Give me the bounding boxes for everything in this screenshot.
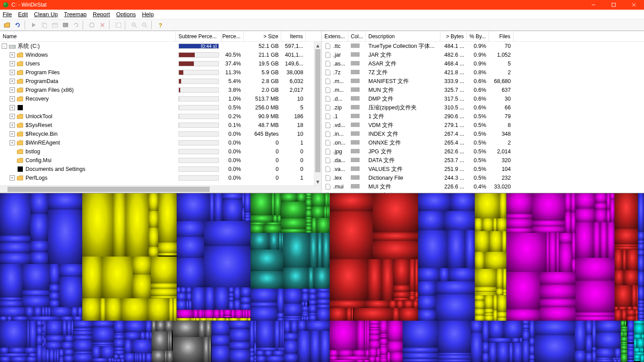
treemap-block[interactable] [0, 235, 30, 243]
menu-help[interactable]: Help [142, 11, 154, 18]
treemap-block[interactable] [571, 193, 575, 213]
treemap-block[interactable] [613, 359, 617, 362]
treemap-block[interactable] [284, 304, 302, 316]
treemap-block[interactable] [413, 300, 418, 308]
treemap-block[interactable] [46, 349, 49, 362]
treemap-block[interactable] [284, 289, 302, 304]
tree-expander-icon[interactable]: + [10, 70, 15, 75]
treemap-block[interactable] [30, 214, 48, 241]
treemap-block[interactable] [592, 321, 596, 347]
treemap-block[interactable] [615, 348, 621, 358]
extension-row[interactable]: .m...MUN 文件325.7 ...0.6%637 [322, 86, 644, 94]
treemap-block[interactable] [615, 307, 618, 310]
col-files[interactable]: Files [489, 31, 513, 41]
treemap-block[interactable] [114, 351, 124, 355]
treemap-block[interactable] [138, 353, 142, 362]
treemap-block[interactable] [641, 334, 644, 339]
directory-vertical-scrollbar[interactable]: ▲ ▼ [314, 42, 321, 185]
treemap-block[interactable] [387, 321, 403, 341]
treemap-block[interactable] [49, 349, 54, 362]
treemap-block[interactable] [205, 321, 211, 337]
treemap-block[interactable] [532, 193, 565, 221]
treemap-block[interactable] [475, 300, 484, 309]
treemap-block[interactable] [320, 331, 330, 362]
treemap-block[interactable] [595, 203, 607, 210]
treemap-block[interactable] [229, 321, 250, 329]
extension-row[interactable]: .vd...VDM 文件279.1 ...0.5%8 [322, 121, 644, 130]
treemap-block[interactable] [256, 348, 278, 351]
treemap-block[interactable] [186, 287, 192, 293]
treemap-block[interactable] [82, 298, 100, 321]
treemap-block[interactable] [73, 340, 92, 351]
treemap-block[interactable] [475, 193, 499, 218]
treemap-block[interactable] [251, 307, 277, 321]
treemap-block[interactable] [365, 300, 389, 308]
treemap-block[interactable] [380, 321, 387, 334]
treemap-block[interactable] [615, 285, 632, 307]
tree-expander-icon[interactable]: - [2, 43, 7, 49]
treemap-block[interactable] [484, 315, 493, 321]
treemap-block[interactable] [634, 359, 640, 361]
treemap-block[interactable] [251, 302, 277, 307]
extension-row[interactable]: .as...ASAR 文件468.4 ...0.9%5 [322, 59, 644, 68]
treemap-block[interactable] [0, 264, 22, 297]
treemap-block[interactable] [25, 348, 36, 353]
treemap-block[interactable] [59, 264, 82, 277]
treemap-block[interactable] [638, 232, 644, 240]
treemap-block[interactable] [284, 340, 298, 354]
treemap-block[interactable] [198, 310, 203, 318]
treemap-block[interactable] [475, 315, 484, 321]
extension-row[interactable]: .lexDictionary File244.3 ...0.5%232 [322, 174, 644, 182]
treemap-block[interactable] [113, 193, 126, 257]
treemap-block[interactable] [497, 295, 506, 312]
tree-expander-icon[interactable]: + [10, 131, 15, 137]
directory-row[interactable]: +Program Files (x86)3.8%2.0 GB2,017 [0, 86, 321, 94]
treemap-block[interactable] [586, 335, 592, 353]
refresh-all-icon[interactable] [13, 20, 23, 30]
treemap-block[interactable] [106, 298, 121, 321]
col-percent[interactable]: Perce... [222, 31, 244, 41]
treemap-block[interactable] [634, 348, 640, 352]
treemap-block[interactable] [158, 243, 177, 253]
treemap-block[interactable] [124, 332, 140, 340]
treemap-block[interactable] [251, 289, 277, 302]
treemap-block[interactable] [522, 324, 529, 329]
treemap-block[interactable] [373, 241, 418, 259]
treemap-block[interactable] [403, 348, 438, 353]
treemap-block[interactable] [532, 226, 565, 233]
treemap-block[interactable] [229, 297, 234, 301]
treemap-block[interactable] [638, 307, 644, 311]
treemap-block[interactable] [245, 310, 248, 318]
treemap-block[interactable] [220, 310, 224, 318]
treemap-block[interactable] [283, 233, 309, 268]
treemap-block[interactable] [634, 334, 641, 339]
treemap-block[interactable] [283, 268, 308, 289]
treemap-block[interactable] [158, 193, 177, 243]
treemap-block[interactable] [251, 215, 273, 222]
treemap-block[interactable] [621, 337, 627, 342]
treemap-block[interactable] [529, 346, 535, 355]
treemap-block[interactable] [482, 353, 489, 362]
treemap-block[interactable] [522, 340, 529, 362]
treemap-block[interactable] [67, 321, 71, 335]
treemap-block[interactable] [100, 298, 106, 321]
treemap-block[interactable] [204, 221, 251, 246]
treemap-block[interactable] [240, 287, 251, 297]
directory-row[interactable]: Config.Msi0.0%00 [0, 156, 321, 165]
treemap-block[interactable] [64, 349, 73, 355]
treemap-block[interactable] [284, 333, 298, 340]
treemap-block[interactable] [540, 307, 575, 321]
treemap-block[interactable] [627, 359, 634, 362]
treemap-block[interactable] [281, 218, 306, 229]
treemap-block[interactable] [30, 193, 48, 214]
treemap-block[interactable] [409, 259, 415, 292]
treemap-block[interactable] [73, 316, 82, 321]
treemap-block[interactable] [438, 359, 471, 362]
directory-row[interactable]: +Program Files11.3%5.9 GB38,008 [0, 68, 321, 77]
directory-horizontal-scrollbar[interactable] [0, 185, 321, 193]
treemap-block[interactable] [621, 346, 627, 350]
treemap-block[interactable] [120, 359, 124, 362]
treemap-block[interactable] [149, 211, 158, 228]
treemap-block[interactable] [234, 300, 240, 310]
treemap-block[interactable] [114, 321, 124, 333]
